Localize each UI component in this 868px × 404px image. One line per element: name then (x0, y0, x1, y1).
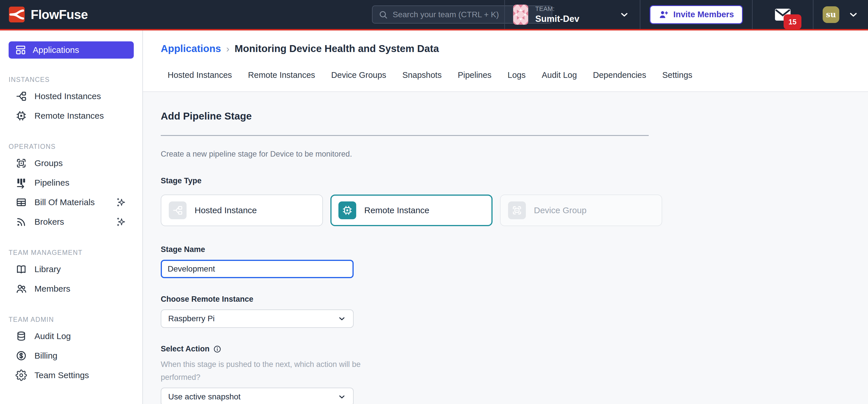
sidebar-item-groups[interactable]: Groups (0, 153, 143, 173)
application-tabs: Hosted Instances Remote Instances Device… (161, 67, 868, 87)
tab-audit-log[interactable]: Audit Log (541, 67, 577, 87)
invite-members-label: Invite Members (673, 10, 734, 19)
tab-device-groups[interactable]: Device Groups (331, 67, 386, 87)
sidebar-item-bill-of-materials[interactable]: Bill Of Materials (0, 193, 143, 212)
sidebar-item-members[interactable]: Members (0, 279, 143, 298)
brand-name: FlowFuse (31, 7, 88, 22)
stage-type-hosted-instance[interactable]: Hosted Instance (161, 195, 323, 226)
breadcrumb-separator: › (226, 42, 229, 54)
chevron-down-icon (338, 393, 346, 401)
sidebar-item-label: Bill Of Materials (34, 197, 95, 207)
device-group-icon (16, 157, 27, 169)
chevron-down-icon (619, 9, 629, 20)
sidebar-item-label: Groups (34, 158, 63, 168)
page-title: Monitoring Device Health and System Data (235, 43, 439, 54)
tab-remote-instances[interactable]: Remote Instances (248, 67, 315, 87)
breadcrumb: Applications › Monitoring Device Health … (161, 42, 868, 54)
dollar-circle-icon (16, 350, 27, 362)
users-icon (16, 283, 27, 294)
tab-hosted-instances[interactable]: Hosted Instances (167, 67, 232, 87)
sidebar-item-billing[interactable]: Billing (0, 346, 143, 366)
sidebar-item-label: Brokers (34, 217, 64, 227)
info-icon[interactable] (213, 345, 222, 353)
gear-icon (16, 370, 27, 381)
title-divider (161, 135, 649, 136)
chevron-down-icon (338, 314, 346, 323)
user-avatar: su (823, 6, 839, 23)
select-action-help: When this stage is pushed to the next, w… (161, 358, 384, 384)
main-header: Applications › Monitoring Device Health … (143, 30, 868, 92)
user-menu[interactable]: su (813, 0, 868, 29)
notifications-button[interactable]: 15 (753, 0, 813, 29)
remote-instance-label: Choose Remote Instance (161, 295, 868, 304)
sidebar-item-label: Applications (33, 45, 79, 55)
main-content: Applications › Monitoring Device Health … (143, 30, 868, 404)
action-select[interactable]: Use active snapshot (161, 387, 353, 404)
sidebar-item-audit-log[interactable]: Audit Log (0, 326, 143, 346)
stage-type-label: Stage Type (161, 176, 868, 185)
sidebar-section-title: TEAM ADMIN (9, 316, 143, 323)
invite-members-wrap: Invite Members (640, 0, 752, 29)
sidebar-item-hosted-instances[interactable]: Hosted Instances (0, 86, 143, 106)
invite-members-button[interactable]: Invite Members (650, 5, 743, 24)
sidebar-item-label: Pipelines (34, 178, 69, 187)
stage-name-input[interactable] (161, 260, 353, 278)
card-label: Remote Instance (364, 205, 429, 215)
team-label: TEAM: (535, 5, 579, 12)
form-title: Add Pipeline Stage (161, 110, 868, 122)
sidebar-item-library[interactable]: Library (0, 259, 143, 279)
hosted-instance-card-icon (169, 201, 187, 219)
sidebar-item-remote-instances[interactable]: Remote Instances (0, 106, 143, 125)
flowfuse-logo-icon (9, 7, 25, 22)
sidebar-item-label: Billing (34, 351, 57, 360)
remote-instance-card-icon (338, 201, 356, 219)
tab-logs[interactable]: Logs (507, 67, 526, 87)
sidebar-item-pipelines[interactable]: Pipelines (0, 173, 143, 193)
stage-name-label: Stage Name (161, 245, 868, 254)
team-meta: TEAM: Sumit-Dev (535, 5, 579, 24)
sidebar-item-label: Library (34, 264, 61, 274)
chevron-down-icon (848, 9, 859, 20)
team-name: Sumit-Dev (535, 14, 579, 24)
select-action-label: Select Action (161, 345, 868, 353)
sidebar-item-label: Audit Log (34, 331, 71, 341)
tab-settings[interactable]: Settings (662, 67, 692, 87)
sidebar-section-title: OPERATIONS (9, 143, 143, 150)
user-plus-icon (658, 9, 669, 20)
sparkles-icon (116, 197, 126, 207)
select-action-label-text: Select Action (161, 345, 210, 353)
add-pipeline-stage-panel: Add Pipeline Stage Create a new pipeline… (143, 92, 868, 404)
team-avatar (513, 5, 528, 25)
flowfuse-home-link[interactable]: FlowFuse (9, 0, 88, 29)
sidebar-item-applications[interactable]: Applications (9, 41, 134, 59)
sidebar-item-label: Members (34, 284, 70, 294)
flowfuse-app: FlowFuse (0, 0, 868, 404)
top-navbar: FlowFuse (0, 0, 868, 30)
sidebar-item-team-settings[interactable]: Team Settings (0, 366, 143, 385)
tab-dependencies[interactable]: Dependencies (593, 67, 646, 87)
action-selected-value: Use active snapshot (168, 392, 241, 401)
remote-instance-select[interactable]: Raspberry Pi (161, 310, 353, 328)
database-icon (16, 330, 27, 342)
sidebar-section-title: TEAM MANAGEMENT (9, 249, 143, 257)
sparkles-icon (116, 217, 126, 227)
sidebar-item-brokers[interactable]: Brokers (0, 212, 143, 232)
sidebar-item-label: Remote Instances (34, 111, 104, 121)
card-label: Hosted Instance (195, 205, 257, 215)
stage-type-remote-instance[interactable]: Remote Instance (330, 195, 493, 226)
tab-snapshots[interactable]: Snapshots (402, 67, 442, 87)
tab-pipelines[interactable]: Pipelines (458, 67, 492, 87)
table-icon (16, 197, 27, 208)
team-switcher[interactable]: TEAM: Sumit-Dev (505, 0, 640, 29)
notification-count-badge: 15 (784, 15, 801, 29)
form-description: Create a new pipeline stage for Device t… (161, 150, 868, 158)
card-label: Device Group (534, 205, 586, 215)
applications-icon (15, 44, 26, 56)
hosted-instances-icon (16, 90, 27, 102)
rss-icon (16, 216, 27, 228)
remote-instances-icon (16, 110, 27, 121)
stage-type-device-group: Device Group (500, 195, 662, 226)
search-icon (378, 10, 388, 20)
breadcrumb-applications-link[interactable]: Applications (161, 43, 221, 54)
book-icon (16, 263, 27, 275)
